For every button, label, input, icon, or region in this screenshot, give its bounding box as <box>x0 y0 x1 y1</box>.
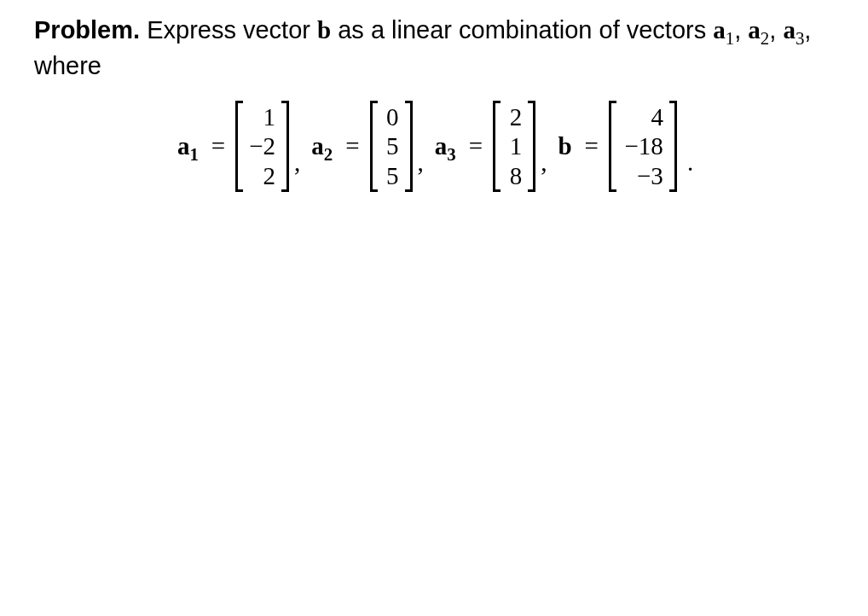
comma-2: , <box>418 148 427 177</box>
problem-text-pre: Express vector <box>147 16 310 44</box>
b-r2: −18 <box>622 131 663 160</box>
matrix-a2: 0 5 5 <box>370 101 413 192</box>
vector-a2-symbol: a <box>748 16 761 44</box>
list-comma-1: , <box>734 16 741 44</box>
sub-1: 1 <box>726 28 734 49</box>
sub-3: 3 <box>796 28 804 49</box>
column-a2: 0 5 5 <box>380 101 402 192</box>
page: Problem. Express vector b as a linear co… <box>0 0 868 192</box>
a3-r3: 8 <box>506 161 522 190</box>
period: . <box>682 148 693 177</box>
left-bracket-icon <box>609 101 619 192</box>
column-a1: 1 −2 2 <box>246 101 279 192</box>
equals-3: = <box>464 132 488 160</box>
right-bracket-icon <box>402 101 413 192</box>
vector-a3-symbol: a <box>783 16 796 44</box>
comma-3: , <box>541 148 550 177</box>
right-bracket-icon <box>525 101 535 192</box>
a2-label: a2 <box>309 132 335 160</box>
equals-2: = <box>340 132 364 160</box>
b-label: b <box>555 132 574 160</box>
matrix-b: 4 −18 −3 <box>609 101 677 192</box>
right-bracket-icon <box>279 101 289 192</box>
vector-b-symbol: b <box>317 16 331 44</box>
right-bracket-icon <box>667 101 677 192</box>
equals-1: = <box>206 132 230 160</box>
trailing-comma: , <box>804 16 811 44</box>
a2-r2: 5 <box>384 131 399 160</box>
a1-r2: −2 <box>249 131 275 160</box>
problem-statement: Problem. Express vector b as a linear co… <box>34 12 834 84</box>
left-bracket-icon <box>235 101 246 192</box>
matrix-a3: 2 1 8 <box>493 101 535 192</box>
matrix-a1: 1 −2 2 <box>235 101 289 192</box>
problem-heading: Problem. <box>34 16 140 44</box>
a3-r1: 2 <box>506 102 522 131</box>
a1-label: a1 <box>175 132 201 160</box>
problem-text-mid: as a linear combination of vectors <box>338 16 706 44</box>
column-a3: 2 1 8 <box>503 101 525 192</box>
left-bracket-icon <box>493 101 503 192</box>
list-comma-2: , <box>769 16 776 44</box>
b-r3: −3 <box>622 161 663 190</box>
vector-a1-symbol: a <box>713 16 726 44</box>
where-text: where <box>34 52 101 79</box>
comma-1: , <box>294 148 304 177</box>
a2-r1: 0 <box>384 102 399 131</box>
a2-r3: 5 <box>384 161 399 190</box>
a1-r3: 2 <box>260 161 275 190</box>
equation-row: a1 = 1 −2 2 , a2 = 0 5 5 , a3 = <box>34 101 834 192</box>
left-bracket-icon <box>370 101 380 192</box>
a3-label: a3 <box>432 132 459 160</box>
a1-r1: 1 <box>260 102 275 131</box>
b-r1: 4 <box>622 102 663 131</box>
sub-2: 2 <box>761 28 769 49</box>
a3-r2: 1 <box>506 131 522 160</box>
equals-4: = <box>580 132 604 160</box>
column-b: 4 −18 −3 <box>619 101 667 192</box>
